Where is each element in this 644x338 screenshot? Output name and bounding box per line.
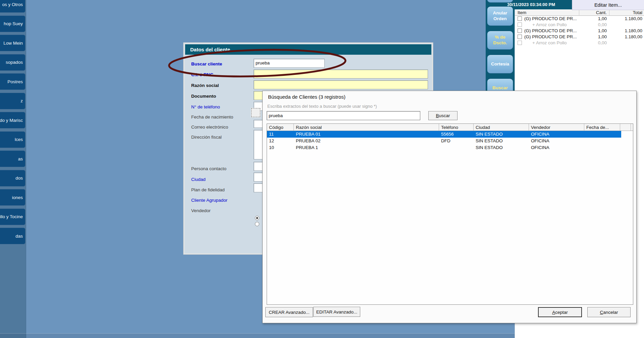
field-label: Razón social [191,83,219,88]
item-name: + Arroz con Pollo [532,22,567,27]
results-column-header[interactable]: Teléfono [439,124,474,131]
field-label: Persona contacto [191,166,226,171]
field-label: Vendedor [191,208,211,213]
pos-screen: os y Otroshop SueyLow MeinsopadosPostres… [0,0,644,338]
result-cell: 12 [267,138,294,143]
field-label: Cliente Agrupador [191,198,227,203]
action-button-pct-descuento[interactable]: % de Dscto. [487,31,513,50]
item-total: 1.180,00 [607,34,642,39]
field-label: Dirección fiscal [191,135,222,140]
result-cell: DFD [439,138,474,143]
results-column-sliver [620,124,631,131]
field-label: Documento [191,94,216,99]
action-button-anular-orden[interactable]: Anular Orden [487,6,513,26]
order-row[interactable]: (G) PRODUCTO DE PR...1,001.180,00 [515,28,644,34]
results-column-header[interactable]: Fecha de... [584,124,620,131]
item-checkbox[interactable] [518,16,522,21]
client-result-row[interactable]: 12PRUEBA 02DFDSIN ESTADOOFICINA [267,138,621,144]
item-checkbox[interactable] [518,22,522,27]
radio-dot [256,217,258,219]
item-checkbox[interactable] [518,35,522,39]
sidebar-item[interactable]: z [0,93,25,109]
item-checkbox[interactable] [518,29,522,33]
sidebar-item[interactable]: Low Mein [0,35,25,51]
field-input[interactable]: prueba [254,59,325,68]
item-name: (G) PRODUCTO DE PR... [524,34,577,39]
client-search-input[interactable] [267,111,420,120]
aceptar-button[interactable]: Aceptar [538,307,582,317]
result-cell: 11 [267,132,294,137]
item-total: 1.180,00 [607,28,642,33]
buscar-button[interactable]: Buscar [428,111,458,120]
field-label: Plan de fidelidad [191,187,225,192]
result-cell: OFICINA [529,145,584,150]
sidebar-item[interactable]: das [0,228,25,244]
order-row[interactable]: + Arroz con Pollo0,00 [515,22,644,28]
result-cell: 10 [267,145,294,150]
sidebar-item[interactable]: tillo y Tocine [0,208,25,225]
client-result-row[interactable]: 11PRUEBA 0155656SIN ESTADOOFICINA [267,131,621,138]
field-label: Ciudad [191,177,206,182]
result-cell: SIN ESTADO [474,145,529,150]
item-checkbox[interactable] [518,41,522,45]
result-cell: PRUEBA 01 [294,132,439,137]
order-row[interactable]: + Arroz con Pollo0,00 [515,40,644,46]
sidebar-item[interactable]: os y Otros [0,0,25,13]
result-cell: PRUEBA 1 [294,145,439,150]
datetime-text: 30/11/2023 03:34:00 PM [507,2,555,7]
result-cell: OFICINA [529,138,584,143]
results-column-header[interactable]: Vendedor [529,124,584,131]
item-qty: 0,00 [579,40,607,45]
column-header-item[interactable]: Item [515,9,579,16]
field-label: Fecha de nacimiento [191,114,233,119]
client-results-list: CódigoRazón socialTeléfonoCiudadVendedor… [267,124,633,305]
action-button-cortesia[interactable]: Cortesía [487,55,513,74]
result-cell: PRUEBA 02 [294,138,439,143]
sidebar-item[interactable]: dos [0,170,25,187]
item-name: (G) PRODUCTO DE PR... [524,16,577,21]
order-row[interactable]: (G) PRODUCTO DE PR...1,001.180,00 [515,34,644,40]
results-column-header[interactable]: Razón social [294,124,439,131]
result-cell: SIN ESTADO [474,138,529,143]
edit-item-button[interactable]: Editar Item... [572,0,644,10]
item-name: (G) PRODUCTO DE PR... [524,28,577,33]
sidebar-item[interactable]: ado y Marisc [0,112,25,129]
category-sidebar: os y Otroshop SueyLow MeinsopadosPostres… [0,0,26,338]
sidebar-item[interactable]: hop Suey [0,15,25,32]
field-input[interactable] [254,80,428,89]
sidebar-item[interactable]: lces [0,131,25,148]
results-column-header[interactable]: Ciudad [474,124,529,131]
bottom-strip [0,333,515,338]
editar-avanzado-button[interactable]: EDITAR Avanzado... [313,307,360,317]
sidebar-item[interactable]: iones [0,189,25,206]
results-column-header[interactable]: Código [267,124,294,131]
search-dialog-title: Búsqueda de Clientes (3 registros) [268,94,345,100]
item-qty: 1,00 [579,34,607,39]
results-header-row: CódigoRazón socialTeléfonoCiudadVendedor… [267,124,633,131]
item-qty: 1,00 [579,16,607,21]
result-cell: 55656 [439,132,474,137]
sidebar-item[interactable]: Postres [0,73,25,90]
result-cell: OFICINA [529,132,584,137]
search-hint-label: Escriba extractos del texto a buscar (pu… [267,104,377,109]
sidebar-item[interactable]: sopados [0,54,25,71]
busqueda-clientes-dialog: Búsqueda de Clientes (3 registros) Escri… [262,91,637,323]
field-input[interactable] [254,69,428,79]
item-qty: 0,00 [579,22,607,27]
column-header-total[interactable]: Total [609,9,644,16]
order-row[interactable]: (G) PRODUCTO DE PR...1,001.180,00 [515,16,644,22]
column-header-cant[interactable]: Cant. [579,9,609,16]
field-label: C.I. ó RNC [191,72,213,77]
option-radio[interactable] [255,222,259,226]
cancelar-button[interactable]: Cancelar [587,307,631,317]
result-cell: SIN ESTADO [474,132,529,137]
date-picker-button[interactable] [251,108,260,117]
crear-avanzado-button[interactable]: CREAR Avanzado... [265,307,313,317]
item-total: 1.180,00 [607,16,642,21]
field-label: Correo electrónico [191,125,228,130]
datos-dialog-title: Datos del cliente [185,44,431,55]
sidebar-item[interactable]: as [0,150,25,167]
option-radio[interactable] [255,216,259,220]
client-result-row[interactable]: 10PRUEBA 1SIN ESTADOOFICINA [267,144,621,151]
field-label: N° de teléfono [191,104,220,109]
